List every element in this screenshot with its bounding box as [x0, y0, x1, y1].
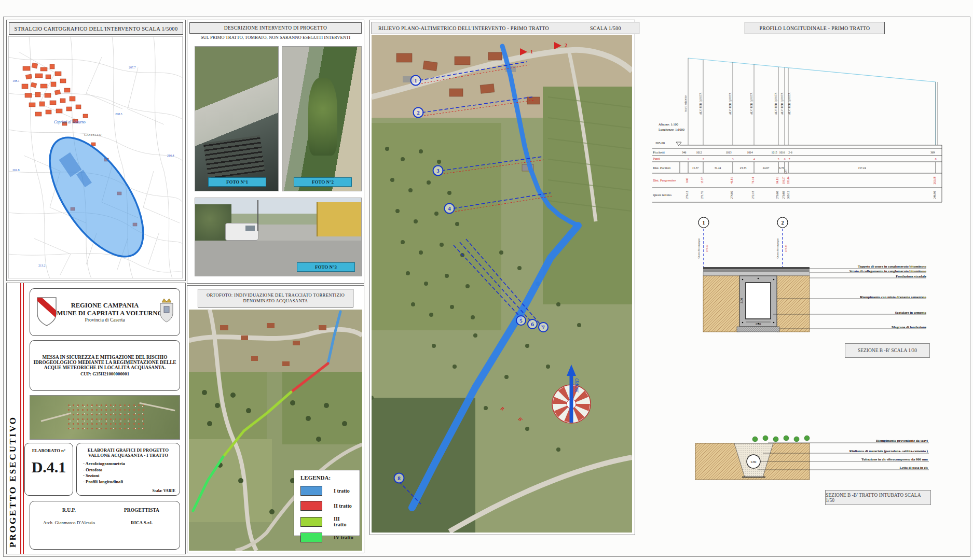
cell: 1016 — [779, 151, 785, 154]
legend-swatch-i — [300, 486, 322, 496]
quota-campagna-label: Quota di campagna — [697, 238, 700, 259]
elab-item: - Profili longitudinali — [83, 479, 180, 485]
cell: 70.14 — [751, 177, 755, 184]
marker-3: 3 — [436, 167, 440, 174]
cell: 270.88 — [782, 191, 785, 199]
rilievo-map: 1 2 3 4 5 6 7 8 1 2 B B' — [372, 35, 632, 533]
red-rule-1 — [20, 283, 21, 554]
elaborato-label: ELABORATO n° — [25, 448, 73, 453]
cell: 1014 — [747, 151, 753, 154]
legend-swatch-iv — [300, 533, 322, 542]
label: Magrone di fondazione — [892, 325, 926, 329]
elaborati-box: ELABORATI GRAFICI DI PROGETTO VALLONE AC… — [76, 443, 180, 496]
title-block: PROGETTO ESECUTIVO REGIONE CAMPANIA COMU… — [6, 283, 186, 554]
row-label: Punti — [653, 157, 660, 160]
sezione1-markers: 1 2 Quota di campagna 272.19 Quota di ca… — [697, 217, 788, 267]
cell: 276.12 — [686, 191, 689, 199]
cell: 271.76 — [701, 191, 704, 199]
dim-width: 2.00 — [756, 323, 761, 326]
photo1-label: FOTO N°1 — [208, 177, 266, 187]
elaborati-title: VALLONE ACQUASANTA - I TRATTO — [77, 453, 180, 458]
ortofoto-title-line2: DENOMINATO ACQUASANTA — [243, 298, 308, 304]
legend-label-iv: IV tratto — [334, 535, 353, 540]
map-quota: 201.8 — [12, 169, 20, 172]
cell: 8 — [935, 158, 937, 161]
elaborati-title: ELABORATI GRAFICI DI PROGETTO — [77, 447, 180, 453]
station-labels: muro esistente ALV. PER QUOTA ALV. PER Q… — [684, 92, 791, 115]
oggetto-line: IDROGEOLOGICO MEDIANTE LA REGIMENTAZIONE… — [33, 360, 176, 365]
station-label: ALV. PER QUOTA — [774, 92, 777, 115]
cell: 7 — [789, 158, 790, 161]
picchetti-values: 346 1012 1013 1014 1015 1016 2-6 369 — [682, 151, 935, 154]
marker-6: 6 — [531, 321, 534, 327]
progettista-label: PROGETTISTA — [124, 508, 159, 513]
provincia-label: Provincia di Caserta — [85, 317, 125, 323]
cell: 15.37 — [701, 177, 704, 184]
cell: 2 — [703, 158, 704, 161]
cell: 6.76 — [779, 166, 784, 170]
cell: 262.68 — [933, 176, 936, 184]
elaborato-box: ELABORATO n° D.4.1 — [24, 443, 73, 496]
cell: 31.44 — [715, 166, 721, 170]
progetto-esecutivo-label: PROGETTO ESECUTIVO — [8, 361, 18, 548]
rilievo-scale: SCALA 1/500 — [590, 25, 621, 31]
marker-1: 1 — [414, 77, 417, 83]
sezione2-plants — [752, 436, 810, 442]
cell: 94.81 — [776, 177, 779, 184]
label: Tappeto di usura in conglomerato bitumin… — [858, 264, 927, 268]
oggetto-line: ACQUE METEORICHE IN LOCALITÀ ACQUASANTA. — [44, 365, 166, 370]
legend-swatch-ii — [300, 501, 322, 511]
elaborato-code: D.4.1 — [25, 458, 73, 476]
panel-cartografia: STRALCIO CARTOGRAFICO DELL'INTERVENTO SC… — [6, 20, 186, 281]
panel-descrizione: DESCRIZIONE INTERVENTO DI PROGETTO SUL P… — [187, 20, 364, 284]
table-row-labels: Picchetti Punti Dist. Parziali Dist. Pro… — [653, 150, 676, 197]
marker-8: 8 — [398, 475, 401, 481]
row-label: Dist. Progressive — [653, 178, 676, 182]
cell: 369 — [930, 151, 935, 154]
comune-crest — [158, 297, 175, 324]
marker-5: 5 — [519, 317, 523, 324]
photo2-label: FOTO N°2 — [294, 177, 352, 187]
legend-title: LEGENDA: — [300, 474, 360, 481]
cell: 157.24 — [858, 166, 866, 170]
firms-box: R.U.P. Arch. Gianmarco D'Alessio PROGETT… — [30, 501, 180, 550]
regione-label: REGIONE CAMPANIA — [71, 302, 139, 310]
profilo-len-note: Lunghezze: 1:1000 — [659, 128, 684, 131]
sezione1-caption: SEZIONE B -B' SCALA 1/30 — [845, 343, 930, 358]
map-label-castello: CASTELLO — [84, 133, 102, 136]
sezione2-labels: Riempimento proveniente da scavi Rinfian… — [849, 439, 928, 469]
cell: 0.00 — [686, 178, 689, 183]
cell: 4 — [753, 158, 755, 161]
photo-1: FOTO N°1 — [195, 46, 279, 191]
row-label: Quota terreno — [653, 193, 671, 197]
progressive-values: 0.00 15.37 46.81 70.14 94.81 101.57 105.… — [686, 176, 936, 184]
cell: 105.44 — [787, 176, 790, 184]
descrizione-subtitle: SUL PRIMO TRATTO, TOMBATO, NON SARANNO E… — [187, 35, 364, 40]
label: Riempimento proveniente da scavi — [876, 439, 928, 442]
rilievo-title: RILIEVO PLANO-ALTIMETRICO DELL'INTERVENT… — [378, 25, 549, 31]
parziali-values: 15.37 31.44 23.33 24.67 6.76 3.87 157.24 — [692, 166, 866, 174]
cell: 3.87 — [784, 169, 787, 174]
sezione1-structure: 2.00 2.00 — [703, 267, 810, 332]
photo-2: FOTO N°2 — [282, 46, 362, 191]
photo3-van — [225, 223, 258, 241]
station-label: ALV. PER QUOTA — [750, 92, 753, 115]
station-label: ALV. PER QUOTA — [788, 92, 791, 115]
legend-label-iii: III tratto — [334, 516, 353, 527]
descrizione-title: DESCRIZIONE INTERVENTO DI PROGETTO — [189, 22, 362, 34]
marker-4: 4 — [448, 205, 451, 212]
photo1-grate — [203, 135, 265, 179]
cartografia-title: STRALCIO CARTOGRAFICO DELL'INTERVENTO SC… — [9, 22, 183, 35]
rup-label: R.U.P. — [62, 508, 76, 513]
cell: 5 — [778, 158, 779, 161]
legend-label-ii: II tratto — [334, 503, 352, 509]
aerial-road — [139, 402, 175, 411]
elab-item: - Sezioni — [83, 473, 180, 479]
profilo-datum: 265.00 — [655, 141, 665, 145]
station-label: ALV. PER QUOTA — [699, 92, 702, 115]
label: Fondazione stradale — [896, 274, 926, 278]
photo-3: FOTO N°3 — [195, 198, 362, 276]
triangle-1: 1 — [530, 49, 533, 54]
cell: 269.12 — [787, 191, 790, 199]
cell: 1013 — [726, 151, 732, 154]
